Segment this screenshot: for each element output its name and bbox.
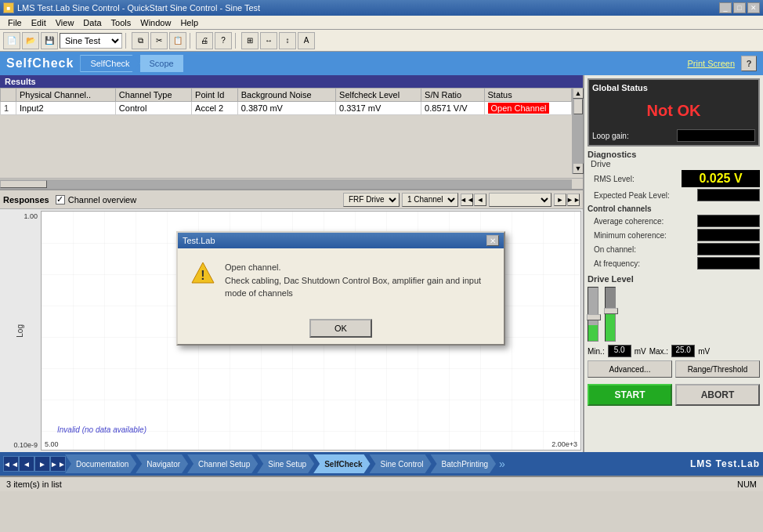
dialog-line1: Open channel. [225, 261, 481, 274]
dialog-close-button[interactable]: ✕ [486, 235, 499, 246]
dialog-title: Test.Lab [183, 236, 215, 245]
dialog-line3: mode of channels [225, 287, 481, 300]
svg-text:!: ! [201, 269, 204, 282]
ok-button[interactable]: OK [309, 319, 372, 338]
dialog-title-bar: Test.Lab ✕ [178, 233, 504, 248]
dialog-overlay: Test.Lab ✕ ! Open channel. Check cabling… [0, 0, 763, 532]
dialog-line2: Check cabling, Dac Shutdown Control Box,… [225, 274, 481, 288]
warning-icon: ! [190, 261, 215, 286]
dialog-buttons: OK [178, 313, 504, 344]
alert-dialog: Test.Lab ✕ ! Open channel. Check cabling… [176, 231, 505, 346]
dialog-content: ! Open channel. Check cabling, Dac Shutd… [178, 248, 504, 313]
dialog-message: Open channel. Check cabling, Dac Shutdow… [225, 261, 481, 300]
